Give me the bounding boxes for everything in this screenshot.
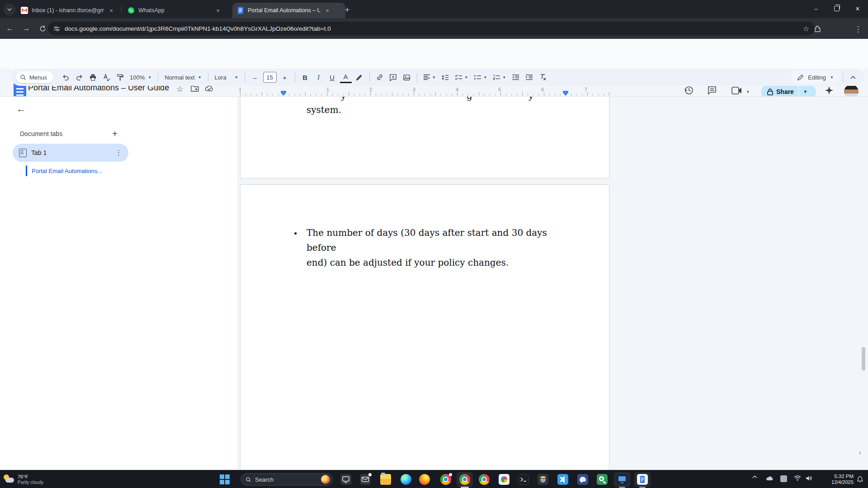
extensions-button[interactable] — [811, 23, 824, 35]
font-size-input[interactable]: 15 — [263, 72, 277, 83]
highlight-color-button[interactable] — [354, 71, 365, 84]
increase-font-size-button[interactable]: + — [279, 71, 291, 84]
tab-options-kebab-icon[interactable]: ⋮ — [115, 149, 122, 157]
window-close-button[interactable]: ✕ — [847, 0, 868, 17]
tray-app-icon[interactable] — [780, 475, 787, 482]
taskbar-display-app-icon[interactable] — [616, 474, 628, 485]
tab-close-icon[interactable]: × — [324, 7, 331, 14]
bullet-line-2: end) can be adjusted if your policy chan… — [307, 255, 569, 270]
browser-tab-gmail[interactable]: Inbox (1) - ishann.tforce@gmai × — [16, 3, 127, 18]
bulleted-list-button[interactable]: ▼ — [472, 71, 489, 84]
add-tab-button[interactable]: + — [108, 127, 121, 140]
share-dropdown-caret[interactable]: ▼ — [799, 89, 812, 94]
decrease-indent-button[interactable] — [510, 71, 522, 84]
checklist-button[interactable]: ▼ — [453, 71, 470, 84]
site-info-icon[interactable] — [53, 25, 60, 32]
meet-dropdown-caret[interactable]: ▾ — [747, 89, 749, 94]
clipped-line-descender: y — [341, 97, 348, 103]
gemini-sparkle-icon[interactable] — [825, 86, 834, 95]
bold-button[interactable]: B — [299, 71, 311, 84]
clear-formatting-button[interactable] — [537, 71, 549, 84]
taskbar-task-view-icon[interactable] — [340, 474, 352, 485]
sidebar-item-tab1[interactable]: Tab 1 ⋮ — [13, 144, 128, 162]
line-spacing-button[interactable] — [439, 71, 451, 84]
scroll-left-chevron-icon[interactable]: ‹ — [859, 448, 861, 456]
align-button[interactable]: ▼ — [421, 71, 438, 84]
address-bar[interactable]: docs.google.com/document/d/1jpc3R6Cmpii0… — [48, 22, 815, 35]
editing-mode-select[interactable]: Editing ▼ — [791, 70, 840, 84]
document-page-2[interactable]: ● The number of days (30 days after star… — [240, 184, 609, 470]
taskbar-chrome-beta-icon[interactable] — [440, 474, 452, 485]
decrease-font-size-button[interactable]: – — [249, 71, 261, 84]
underline-button[interactable]: U — [326, 71, 338, 84]
weather-widget[interactable]: 76°F Partly cloudy — [4, 472, 43, 487]
zoom-select[interactable]: 100%▼ — [127, 74, 155, 81]
font-select[interactable]: Lora▼ — [212, 74, 241, 81]
taskbar-chrome-icon[interactable] — [459, 474, 471, 485]
comments-icon[interactable] — [707, 85, 717, 95]
taskbar-vscode-icon[interactable] — [557, 474, 569, 485]
taskbar-mail-icon[interactable] — [359, 474, 371, 485]
close-panel-back-button[interactable]: ← — [16, 103, 26, 115]
redo-button[interactable] — [73, 71, 85, 84]
clock[interactable]: 5:32 PM 12/4/2025 — [816, 473, 854, 485]
search-icon — [245, 477, 251, 483]
numbered-list-button[interactable]: ▼ — [491, 71, 508, 84]
paragraph-style-select[interactable]: Normal text▼ — [161, 74, 204, 81]
tray-wifi-icon[interactable] — [794, 475, 801, 481]
toolbar-search-menus-button[interactable]: Menus — [16, 71, 53, 83]
tab-close-icon[interactable]: × — [214, 7, 222, 14]
forward-button[interactable]: → — [20, 22, 33, 35]
meet-video-icon[interactable] — [731, 87, 742, 94]
insert-link-button[interactable] — [374, 71, 386, 84]
taskbar-edge-icon[interactable] — [400, 474, 412, 485]
taskbar-terminal-icon[interactable] — [518, 474, 529, 485]
new-tab-button[interactable]: + — [341, 4, 353, 16]
notification-bell-icon[interactable] — [857, 476, 863, 483]
add-comment-button[interactable] — [387, 71, 399, 84]
start-button[interactable] — [220, 474, 230, 484]
move-to-folder-icon[interactable] — [191, 85, 199, 92]
tray-onedrive-cloud-icon[interactable] — [766, 475, 774, 481]
tab-close-icon[interactable]: × — [108, 7, 115, 14]
document-page-1[interactable]: y g y system. — [240, 97, 609, 178]
reload-button[interactable] — [36, 22, 49, 35]
italic-button[interactable]: I — [313, 71, 325, 84]
tray-volume-icon[interactable] — [806, 475, 812, 481]
browser-tab-whatsapp[interactable]: WhatsApp × — [123, 3, 234, 18]
window-minimize-button[interactable]: – — [806, 0, 826, 17]
taskbar-search[interactable]: Search — [241, 473, 333, 486]
taskbar-chrome-profile2-icon[interactable] — [478, 474, 490, 485]
taskbar-photos-icon[interactable] — [498, 474, 510, 485]
taskbar-firefox-icon[interactable] — [419, 474, 430, 485]
taskbar-file-explorer-icon[interactable] — [380, 474, 392, 485]
taskbar-qgis-icon[interactable] — [596, 474, 608, 485]
taskbar-database-tool-icon[interactable] — [537, 474, 549, 485]
undo-button[interactable] — [60, 71, 71, 84]
star-document-icon[interactable]: ☆ — [176, 84, 183, 94]
bullet-list-item[interactable]: The number of days (30 days after start … — [307, 225, 569, 270]
insert-image-button[interactable] — [401, 71, 413, 84]
paragraph-text[interactable]: system. — [307, 104, 341, 115]
spell-check-button[interactable] — [100, 71, 112, 84]
document-canvas[interactable]: y g y system. ● The number of days (30 d… — [239, 97, 868, 470]
text-color-button[interactable]: A — [340, 72, 352, 83]
version-history-icon[interactable] — [684, 85, 694, 95]
bookmark-star-icon[interactable]: ☆ — [803, 24, 809, 33]
taskbar-pgadmin-icon[interactable] — [577, 474, 589, 485]
hide-menus-button[interactable] — [847, 71, 859, 84]
print-button[interactable] — [87, 71, 99, 84]
outline-item-heading[interactable]: Portal Email Automations... — [32, 168, 102, 174]
vertical-scrollbar-thumb[interactable] — [862, 347, 865, 371]
taskbar-docs-app-icon[interactable] — [637, 474, 648, 485]
paint-format-button[interactable] — [114, 71, 126, 84]
browser-menu-button[interactable]: ⋮ — [852, 23, 864, 35]
tray-overflow-chevron[interactable] — [752, 475, 757, 479]
browser-tab-docs-active[interactable]: Portal Email Automations – Use × — [232, 3, 345, 18]
document-status-cloud-icon[interactable] — [205, 85, 214, 92]
puzzle-icon — [814, 25, 821, 33]
window-restore-button[interactable] — [826, 0, 847, 17]
tab-search-button[interactable] — [4, 4, 15, 15]
increase-indent-button[interactable] — [524, 71, 535, 84]
back-button[interactable]: ← — [4, 22, 16, 35]
